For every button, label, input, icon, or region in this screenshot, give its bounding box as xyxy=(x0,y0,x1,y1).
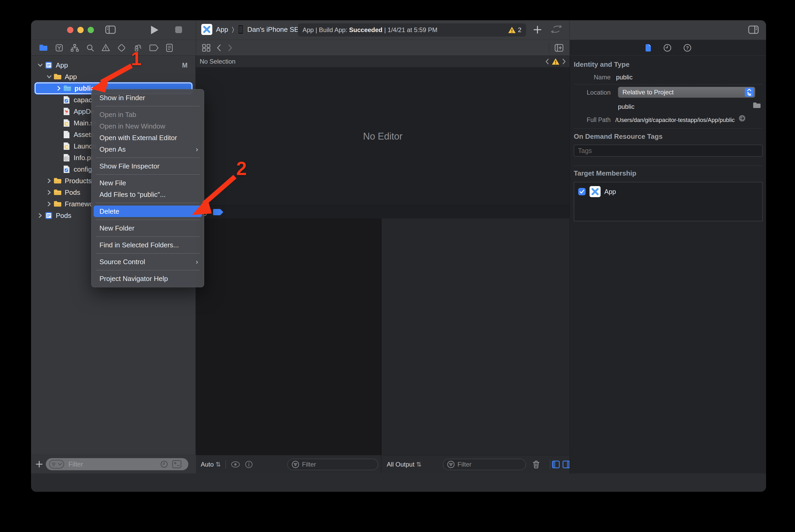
target-app-icon xyxy=(590,186,601,197)
filter-options-icon[interactable] xyxy=(49,460,64,469)
menu-item-new-file[interactable]: New File xyxy=(92,177,204,189)
issue-warning-icon[interactable] xyxy=(552,58,560,65)
chevron-right-icon[interactable] xyxy=(55,86,63,91)
stop-button[interactable] xyxy=(175,26,183,34)
source-control-filter-icon[interactable] xyxy=(172,460,182,469)
next-issue-icon[interactable] xyxy=(562,59,566,64)
menu-separator xyxy=(96,157,200,158)
fullpath-value: /Users/dan/git/capacitor-testapp/ios/App… xyxy=(615,117,735,123)
choose-folder-icon[interactable] xyxy=(753,102,761,109)
run-destination[interactable]: Dan's iPhone SE xyxy=(247,25,299,34)
quick-help-tab-icon[interactable]: ? xyxy=(683,44,692,52)
recent-files-filter-icon[interactable] xyxy=(160,460,168,469)
clear-console-icon[interactable] xyxy=(532,460,540,469)
nav-tests-tab-icon[interactable] xyxy=(117,44,126,52)
location-dropdown[interactable]: Relative to Project xyxy=(618,87,755,98)
jump-bar[interactable]: No Selection xyxy=(196,56,570,68)
target-checkbox[interactable] xyxy=(578,188,586,195)
scheme-name[interactable]: App xyxy=(216,25,228,34)
menu-item-find-in-selected-folders[interactable]: Find in Selected Folders... xyxy=(92,239,204,251)
folder-icon xyxy=(53,73,62,80)
console-filter-field[interactable]: Filter xyxy=(443,459,526,470)
chevron-right-icon[interactable] xyxy=(36,213,44,218)
tags-input[interactable]: Tags xyxy=(574,145,763,157)
target-membership-row[interactable]: App xyxy=(574,183,762,201)
menu-item-add-files-to-public[interactable]: Add Files to “public”... xyxy=(92,189,204,200)
add-file-icon[interactable] xyxy=(35,460,43,468)
chevron-right-icon[interactable] xyxy=(45,190,53,195)
related-items-icon[interactable] xyxy=(202,44,211,52)
navigator-toggle-icon[interactable] xyxy=(105,25,116,34)
name-value[interactable]: public xyxy=(616,74,633,81)
menu-item-delete[interactable]: Delete xyxy=(94,206,202,217)
breakpoints-toggle-icon[interactable] xyxy=(213,208,224,216)
chevron-right-icon[interactable] xyxy=(45,178,53,184)
navigator-filter-field[interactable]: Filter xyxy=(46,458,188,470)
editor-area: No Selection No Editor Auto ⇅ xyxy=(196,56,570,473)
folder-icon xyxy=(53,177,62,184)
nav-issues-tab-icon[interactable] xyxy=(102,44,110,52)
location-subvalue: public xyxy=(618,103,634,110)
minimize-window-button[interactable] xyxy=(77,27,84,33)
menu-item-show-file-inspector[interactable]: Show File Inspector xyxy=(92,160,204,172)
print-description-icon[interactable] xyxy=(245,460,253,469)
variables-view[interactable] xyxy=(196,218,381,455)
chevron-right-icon[interactable] xyxy=(45,201,53,207)
zoom-window-button[interactable] xyxy=(88,27,94,33)
library-add-icon[interactable] xyxy=(533,25,542,34)
open-path-icon[interactable] xyxy=(738,115,746,122)
target-name: App xyxy=(604,188,616,195)
location-row: Location Relative to Project xyxy=(574,89,763,96)
previous-issue-icon[interactable] xyxy=(545,59,549,64)
name-row: Name public xyxy=(574,74,763,81)
console-toggle-icon[interactable] xyxy=(562,460,570,469)
nav-breakpoints-tab-icon[interactable] xyxy=(149,44,158,52)
file-row[interactable]: App xyxy=(35,71,203,82)
menu-item-open-as[interactable]: Open As› xyxy=(92,144,204,155)
context-menu: Show in FinderOpen in TabOpen in New Win… xyxy=(91,89,204,287)
jump-bar-text: No Selection xyxy=(200,58,235,65)
chevron-down-icon[interactable] xyxy=(36,63,44,67)
forward-icon[interactable] xyxy=(228,44,233,51)
variables-toggle-icon[interactable] xyxy=(552,460,560,469)
menu-item-source-control[interactable]: Source Control› xyxy=(92,256,204,268)
inspector-toggle-icon[interactable] xyxy=(748,25,759,34)
fullpath-row: Full Path /Users/dan/git/capacitor-testa… xyxy=(574,115,763,124)
back-icon[interactable] xyxy=(217,44,221,51)
menu-item-project-navigator-help[interactable]: Project Navigator Help xyxy=(92,273,204,284)
close-window-button[interactable] xyxy=(67,27,73,33)
debug-bar xyxy=(196,205,570,218)
inspector-tab-bar: ? xyxy=(570,40,766,56)
editor-arrows-icon[interactable] xyxy=(550,25,562,33)
history-inspector-tab-icon[interactable] xyxy=(663,44,672,52)
run-button[interactable] xyxy=(150,25,159,35)
nav-sourcecontrol-tab-icon[interactable] xyxy=(55,44,63,52)
nav-project-tab-icon[interactable] xyxy=(39,44,48,52)
chevron-down-icon[interactable] xyxy=(45,75,53,79)
target-section-header: Target Membership xyxy=(574,169,636,177)
quicklook-icon[interactable] xyxy=(231,461,240,468)
variables-scope-popup[interactable]: Auto ⇅ xyxy=(201,461,221,468)
navigator-bottom-bar: Filter xyxy=(31,455,196,473)
add-editor-icon[interactable] xyxy=(555,44,563,52)
file-label: capaci xyxy=(74,96,93,104)
console-scope-popup[interactable]: All Output ⇅ xyxy=(387,461,421,468)
status-text: App | Build App: Succeeded | 1/4/21 at 5… xyxy=(303,26,437,34)
file-inspector-tab-icon[interactable] xyxy=(645,44,652,52)
scheme-selector[interactable]: App 〉 Dan's iPhone SE xyxy=(201,24,299,35)
file-label: config. xyxy=(74,165,94,173)
menu-item-show-in-finder[interactable]: Show in Finder xyxy=(92,92,204,103)
console-view[interactable] xyxy=(381,218,570,455)
file-row[interactable]: AppM xyxy=(35,59,194,71)
nav-symbols-tab-icon[interactable] xyxy=(71,44,79,52)
nav-find-tab-icon[interactable] xyxy=(86,44,94,52)
menu-item-new-folder[interactable]: New Folder xyxy=(92,222,204,234)
menu-item-open-with-external-editor[interactable]: Open with External Editor xyxy=(92,132,204,144)
warning-icon xyxy=(508,26,516,34)
menu-item-open-in-tab: Open in Tab xyxy=(92,109,204,120)
inspector-panel: ? Identity and Type Name public Location… xyxy=(570,40,766,473)
nav-reports-tab-icon[interactable] xyxy=(166,44,173,52)
status-warning-badge[interactable]: 2 xyxy=(508,26,521,34)
variables-filter-field[interactable]: Filter xyxy=(287,459,378,470)
activity-status-bar[interactable]: App | Build App: Succeeded | 1/4/21 at 5… xyxy=(298,23,526,37)
